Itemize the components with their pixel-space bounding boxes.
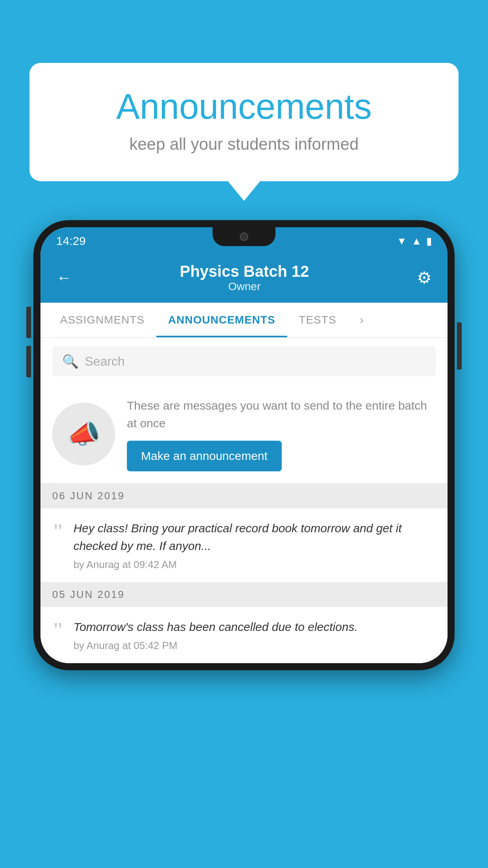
search-bar[interactable]: 🔍 Search — [52, 346, 436, 376]
tab-more[interactable]: › — [348, 303, 376, 337]
tabs-bar: ASSIGNMENTS ANNOUNCEMENTS TESTS › — [40, 303, 448, 338]
message-meta-1: by Anurag at 09:42 AM — [73, 559, 436, 571]
message-text-1: Hey class! Bring your practical record b… — [73, 519, 436, 555]
signal-icon: ▲ — [411, 235, 422, 247]
header-title: Physics Batch 12 — [180, 263, 309, 280]
message-content-1: Hey class! Bring your practical record b… — [73, 519, 436, 571]
front-camera — [240, 232, 248, 241]
search-icon: 🔍 — [62, 353, 79, 369]
announcement-cta-content: These are messages you want to send to t… — [127, 397, 436, 471]
back-button[interactable]: ← — [56, 269, 72, 287]
volume-up-button — [26, 307, 31, 338]
date-divider-1: 06 JUN 2019 — [40, 484, 448, 508]
message-content-2: Tomorrow's class has been cancelled due … — [73, 618, 436, 652]
megaphone-circle: 📣 — [52, 403, 115, 465]
message-item-2[interactable]: " Tomorrow's class has been cancelled du… — [40, 607, 448, 663]
tab-tests[interactable]: TESTS — [287, 303, 348, 337]
header-center: Physics Batch 12 Owner — [180, 263, 309, 293]
phone-outer-shell: 14:29 ▼ ▲ ▮ ← Physics Batch 12 Owner ⚙ — [33, 220, 455, 670]
search-input[interactable]: Search — [85, 354, 125, 369]
quote-icon-2: " — [52, 620, 64, 640]
volume-down-button — [26, 346, 31, 377]
phone-mockup: 14:29 ▼ ▲ ▮ ← Physics Batch 12 Owner ⚙ — [33, 220, 455, 670]
make-announcement-button[interactable]: Make an announcement — [127, 441, 282, 471]
header-subtitle: Owner — [180, 280, 309, 293]
announcement-description: These are messages you want to send to t… — [127, 397, 436, 432]
speech-bubble-section: Announcements keep all your students inf… — [29, 63, 459, 181]
date-divider-2: 05 JUN 2019 — [40, 582, 448, 607]
settings-icon[interactable]: ⚙ — [417, 268, 432, 287]
battery-icon: ▮ — [426, 235, 432, 247]
notch — [213, 227, 275, 246]
message-item-1[interactable]: " Hey class! Bring your practical record… — [40, 508, 448, 582]
wifi-icon: ▼ — [397, 235, 407, 247]
tab-announcements[interactable]: ANNOUNCEMENTS — [156, 303, 287, 337]
app-header: ← Physics Batch 12 Owner ⚙ — [40, 255, 448, 303]
bubble-subtitle: keep all your students informed — [61, 135, 427, 154]
speech-bubble-card: Announcements keep all your students inf… — [29, 63, 459, 181]
tab-assignments[interactable]: ASSIGNMENTS — [48, 303, 156, 337]
status-time: 14:29 — [56, 234, 86, 248]
quote-icon: " — [52, 521, 64, 542]
phone-screen: 14:29 ▼ ▲ ▮ ← Physics Batch 12 Owner ⚙ — [40, 227, 448, 663]
announcement-cta-card: 📣 These are messages you want to send to… — [40, 385, 448, 484]
status-bar: 14:29 ▼ ▲ ▮ — [40, 227, 448, 255]
search-section: 🔍 Search — [40, 338, 448, 385]
megaphone-icon: 📣 — [67, 418, 101, 450]
message-meta-2: by Anurag at 05:42 PM — [73, 640, 436, 652]
message-text-2: Tomorrow's class has been cancelled due … — [73, 618, 436, 636]
power-button — [457, 322, 462, 370]
status-icons: ▼ ▲ ▮ — [397, 235, 432, 247]
bubble-title: Announcements — [61, 86, 427, 127]
